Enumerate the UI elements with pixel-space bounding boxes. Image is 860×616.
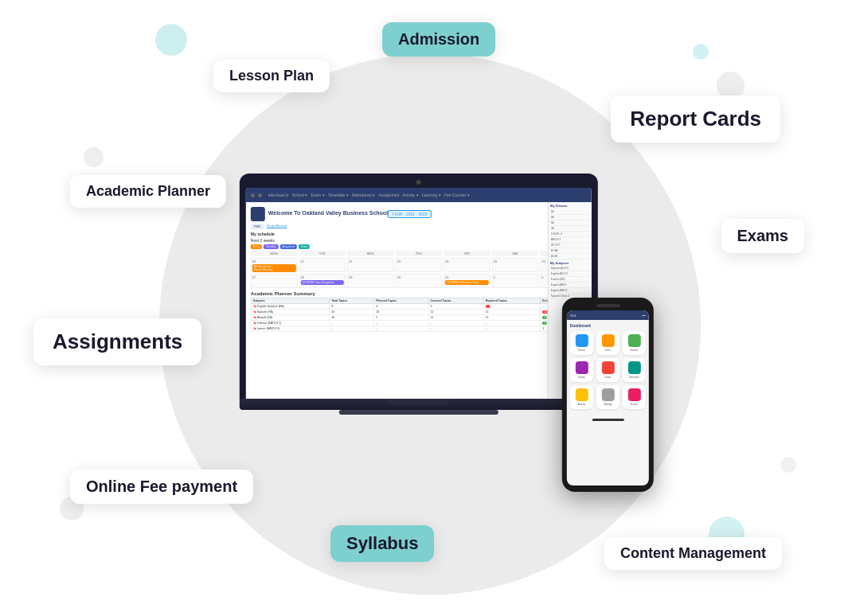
planned-3: 5 bbox=[374, 315, 428, 321]
cal-event-3: 12:00PM Halloween Rally bbox=[445, 280, 489, 285]
schedule-heading: My schedule bbox=[251, 232, 587, 236]
covered-2: 11 bbox=[428, 310, 483, 315]
syllabus-badge: Syllabus bbox=[330, 525, 434, 562]
deco-circle-1 bbox=[155, 24, 187, 56]
phone-time: 10:4 bbox=[570, 314, 577, 318]
filter-event: Event bbox=[251, 244, 262, 249]
covered-5: -- bbox=[428, 326, 483, 332]
sidebar-class-7: IB I GYT bbox=[550, 243, 590, 248]
sidebar-sub-3: Fashion (BN) bbox=[550, 277, 590, 283]
covered-4: -- bbox=[428, 321, 483, 326]
sidebar-class-1: 1A bbox=[550, 209, 590, 215]
deco-circle-2 bbox=[84, 147, 104, 167]
events-label: Events bbox=[624, 403, 644, 406]
repaired-1: -- bbox=[483, 304, 540, 310]
phone-icon-activity: Activity bbox=[570, 385, 593, 409]
phone-icon-library: Library bbox=[570, 358, 593, 382]
cal-row-1: 20 All Day EventParent Meeting 21 22 23 … bbox=[251, 258, 587, 272]
school-label: School bbox=[572, 349, 592, 352]
cal-cell-3: 22 bbox=[347, 258, 394, 272]
phone-icon-results: Results bbox=[623, 331, 646, 355]
results-label: Results bbox=[624, 349, 644, 352]
cal-cell-10: 29 bbox=[347, 274, 394, 288]
subject-5: 🔖 Interior (BATCH 1) bbox=[251, 326, 329, 332]
sidebar-class-6: BATCH 1 bbox=[550, 237, 590, 243]
sidebar-class-3: 6A bbox=[550, 220, 590, 226]
cal-event-2: 12:00PM Class Bangalore bbox=[300, 280, 344, 285]
next-weeks-label: Next 2 weeks bbox=[251, 238, 587, 243]
tab-pmc: PMC bbox=[251, 224, 264, 229]
fees-label: Fees bbox=[598, 349, 618, 352]
phone-icons-status: ▪▪▪ bbox=[643, 314, 646, 318]
laptop-foot bbox=[339, 410, 498, 415]
phone-icon-events: Events bbox=[623, 385, 646, 409]
cal-cell-9: 28 12:00PM Class Bangalore bbox=[299, 274, 346, 288]
table-row: 🔖 Spanish (FA) 24 19 11 11 14 bbox=[251, 310, 586, 315]
report-cards-badge: Report Cards bbox=[611, 96, 780, 142]
cal-cell-11: 30 bbox=[396, 274, 443, 288]
screen-layout: Welcome To Oakland Valley Business Schoo… bbox=[246, 202, 592, 399]
table-row: 🔖 Marathi (TA) 18 5 11 11 2 bbox=[251, 315, 586, 321]
settings-label: Settings bbox=[598, 403, 618, 406]
cal-row-2: 27 28 12:00PM Class Bangalore 29 30 31 1… bbox=[251, 274, 587, 288]
exam-icon bbox=[601, 361, 614, 374]
cal-cell-8: 27 bbox=[251, 274, 298, 288]
devices-container: educloud.in School ▾ Exam ▾ Timetable ▾ … bbox=[240, 158, 654, 492]
phone-body: 10:4 ▪▪▪ Dashboard School Fees bbox=[562, 298, 654, 492]
phone-icon-fees: Fees bbox=[596, 331, 620, 355]
syllabus-label: Syllabus bbox=[346, 533, 418, 553]
nav-dot-2 bbox=[258, 193, 262, 197]
sidebar-sub-4: English (A/M 3 bbox=[550, 283, 590, 288]
covered-3: 11 bbox=[428, 315, 483, 321]
subject-4: 🔖 Fashion (BATCH 1) bbox=[251, 321, 329, 326]
table-row: 🔖 Interior (BATCH 1) -- -- -- -- 1 bbox=[251, 326, 586, 332]
phone-status-bar: 10:4 ▪▪▪ bbox=[567, 310, 649, 320]
schedule-label: Schedule bbox=[624, 376, 644, 379]
exam-label: Exam bbox=[598, 376, 618, 379]
school-icon bbox=[575, 334, 588, 347]
phone-home-bar bbox=[592, 419, 624, 421]
fees-icon bbox=[601, 334, 614, 347]
lesson-plan-label: Lesson Plan bbox=[229, 68, 314, 84]
col-subjects: Subjects bbox=[251, 298, 329, 304]
results-icon bbox=[627, 334, 640, 347]
sidebar-sub-5: English (A/M 3) bbox=[550, 288, 590, 294]
year-badge: YEAR : 2021 - 2022 bbox=[388, 210, 431, 218]
cal-cell-12: 31 12:00PM Halloween Rally bbox=[444, 274, 491, 288]
library-icon bbox=[575, 361, 588, 374]
phone-content: Dashboard School Fees Results bbox=[567, 320, 649, 415]
cal-cell-2: 21 bbox=[299, 258, 346, 272]
col-total: Total Topics bbox=[330, 298, 374, 304]
sidebar-class-4: 7A bbox=[550, 226, 590, 232]
academic-planner-badge: Academic Planner bbox=[70, 175, 226, 208]
online-fee-badge: Online Fee payment bbox=[70, 470, 253, 504]
report-cards-label: Report Cards bbox=[630, 107, 761, 131]
screen-navbar: educloud.in School ▾ Exam ▾ Timetable ▾ … bbox=[246, 188, 592, 202]
assignments-label: Assignments bbox=[53, 329, 182, 353]
content-management-label: Content Management bbox=[620, 545, 766, 561]
col-repaired: Repaired Topics bbox=[483, 298, 540, 304]
subject-3: 🔖 Marathi (TA) bbox=[251, 315, 329, 321]
covered-1: 3 bbox=[428, 304, 483, 310]
laptop-screen: educloud.in School ▾ Exam ▾ Timetable ▾ … bbox=[246, 188, 592, 399]
phone-icon-schedule: Schedule bbox=[623, 358, 646, 382]
planned-2: 19 bbox=[374, 310, 428, 315]
subject-1: 🔖 English literature (EA) bbox=[251, 304, 329, 310]
online-fee-label: Online Fee payment bbox=[86, 478, 237, 495]
study-material-link: Study Material bbox=[267, 224, 287, 229]
subject-2: 🔖 Spanish (FA) bbox=[251, 310, 329, 315]
exams-label: Exams bbox=[737, 227, 789, 244]
cal-cell-1: 20 All Day EventParent Meeting bbox=[251, 258, 298, 272]
phone-dashboard-title: Dashboard bbox=[570, 323, 646, 328]
phone-notch bbox=[596, 304, 620, 307]
repaired-2: 11 bbox=[483, 310, 540, 315]
activity-icon bbox=[575, 388, 588, 401]
settings-icon bbox=[601, 388, 614, 401]
academic-planner-label: Academic Planner bbox=[86, 183, 210, 199]
my-subjects-heading: My Subjects bbox=[550, 261, 590, 265]
sidebar-sub-1: Spanish (A) 5Y4 bbox=[550, 266, 590, 271]
cal-cell-6: 25 bbox=[492, 258, 539, 272]
repaired-5: -- bbox=[483, 326, 540, 332]
laptop-base bbox=[240, 399, 598, 410]
laptop: educloud.in School ▾ Exam ▾ Timetable ▾ … bbox=[240, 173, 598, 415]
